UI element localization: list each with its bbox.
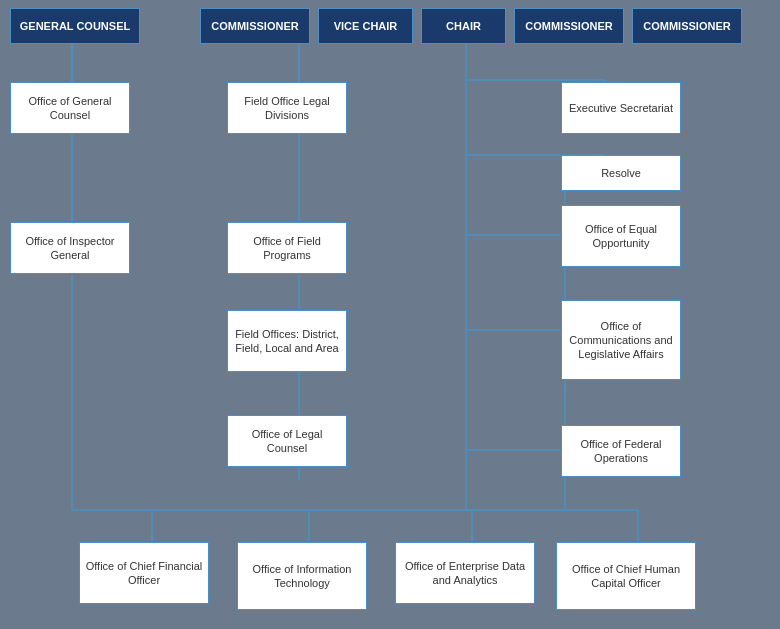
resolve-box: Resolve [561,155,681,191]
communications-box: Office of Communications and Legislative… [561,300,681,380]
org-chart: GENERAL COUNSEL COMMISSIONER VICE CHAIR … [0,0,780,629]
enterprise-data-box: Office of Enterprise Data and Analytics [395,542,535,604]
field-programs-box: Office of Field Programs [227,222,347,274]
legal-counsel-box: Office of Legal Counsel [227,415,347,467]
vice-chair-header: VICE CHAIR [318,8,413,44]
commissioner1-header: COMMISSIONER [200,8,310,44]
field-offices-box: Field Offices: District, Field, Local an… [227,310,347,372]
federal-operations-box: Office of Federal Operations [561,425,681,477]
chair-header: CHAIR [421,8,506,44]
commissioner2-header: COMMISSIONER [514,8,624,44]
commissioner3-header: COMMISSIONER [632,8,742,44]
general-counsel-box: Office of General Counsel [10,82,130,134]
executive-secretariat-box: Executive Secretariat [561,82,681,134]
equal-opportunity-box: Office of Equal Opportunity [561,205,681,267]
general-counsel-header: GENERAL COUNSEL [10,8,140,44]
inspector-general-box: Office of Inspector General [10,222,130,274]
chief-financial-box: Office of Chief Financial Officer [79,542,209,604]
chief-human-capital-box: Office of Chief Human Capital Officer [556,542,696,610]
field-office-legal-box: Field Office Legal Divisions [227,82,347,134]
info-technology-box: Office of Information Technology [237,542,367,610]
